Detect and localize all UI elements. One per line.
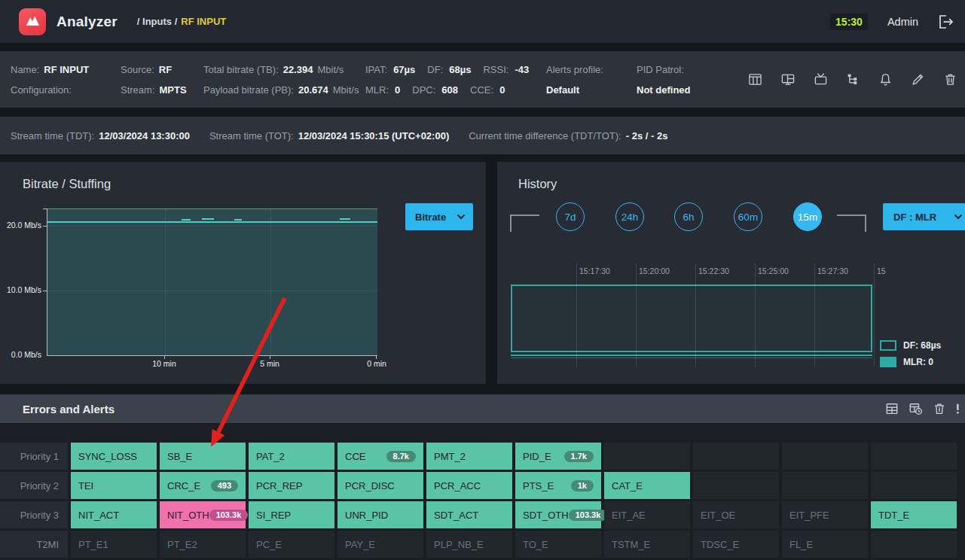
info-col-name: Name:RF INPUT Configuration: [11,51,89,108]
error-tile-TEI[interactable]: TEI [71,472,157,499]
x-axis-tick [270,355,270,359]
error-tile-EIT_OE[interactable]: EIT_OE [693,501,779,528]
mlr-legend-label: MLR: 0 [903,357,933,367]
mosaic-icon[interactable] [780,72,796,87]
error-tile-NIT_ACT[interactable]: NIT_ACT [71,501,157,528]
pid-patrol-value: Not defined [637,84,691,96]
x-axis-tick-label: 5 min [243,359,296,368]
error-tile-SDT_OTH[interactable]: SDT_OTH103.3k [515,501,601,528]
error-tile-PCR_DISC[interactable]: PCR_DISC [337,472,423,499]
tile-label: TDSC_E [701,539,739,550]
tile-label: EIT_OE [701,510,735,521]
history-x-tick-label: 15:27:30 [817,266,848,275]
error-tile-SB_E[interactable]: SB_E [160,443,246,470]
source-value: RF [159,64,172,75]
error-tile-SYNC_LOSS[interactable]: SYNC_LOSS [71,443,157,470]
error-tile-PMT_2[interactable]: PMT_2 [426,443,512,470]
gridline [270,208,271,355]
layout-columns-icon[interactable] [748,72,762,87]
error-tile-EIT_AE[interactable]: EIT_AE [604,501,690,528]
error-tile-PCR_REP[interactable]: PCR_REP [249,472,334,499]
tile-label: PCR_REP [256,480,302,492]
error-tile-PAT_2[interactable]: PAT_2 [249,443,334,470]
tot-label: Stream time (TOT): [209,130,294,142]
legend-item-df: DF: 68µs [880,340,941,351]
error-tile-empty [871,443,957,470]
info-col-stats: IPAT:67µs DF:68µs RSSI:-43 MLR:0 DPC:608… [365,51,536,108]
tile-label: PCR_DISC [345,480,395,492]
grid-view-icon[interactable] [885,402,899,415]
error-tile-PT_E1[interactable]: PT_E1 [71,531,157,558]
user-name[interactable]: Admin [887,16,918,28]
errors-header: Errors and Alerts [0,394,965,423]
mlr-legend-swatch [880,357,896,367]
error-tile-CCE[interactable]: CCE8.7k [337,443,423,470]
error-tile-CRC_E[interactable]: CRC_E493 [160,472,246,499]
error-tile-TSTM_E[interactable]: TSTM_E [604,531,690,558]
x-axis-tick-label: 0 min [350,359,403,368]
tile-label: CAT_E [612,480,643,492]
tile-label: PT_E1 [78,539,108,550]
tile-label: SI_REP [256,510,291,521]
error-tile-EIT_PFE[interactable]: EIT_PFE [782,501,868,528]
errors-row-label-priority-3: Priority 3 [0,501,68,528]
tile-label: TO_E [523,539,548,550]
breadcrumb: / Inputs / RF INPUT [137,16,226,27]
clipped-icon-fragment[interactable] [956,402,960,415]
y-axis-tick [43,226,47,227]
tile-label: SDT_OTH [523,510,569,521]
history-gridline [755,263,756,367]
tile-label: NIT_ACT [78,510,119,521]
y-axis-tick-label: 0.0 Mb/s [0,350,41,359]
error-tile-PLP_NB_E[interactable]: PLP_NB_E [426,531,512,558]
error-tile-NIT_OTH[interactable]: NIT_OTH103.3k [160,501,246,528]
error-tile-PT_E2[interactable]: PT_E2 [160,531,246,558]
series-noise [202,218,214,220]
tile-label: PLP_NB_E [434,539,484,550]
error-tile-UNR_PID[interactable]: UNR_PID [337,501,423,528]
logout-icon[interactable] [936,13,954,31]
error-tile-PTS_E[interactable]: PTS_E1k [515,472,601,499]
breadcrumb-prefix[interactable]: / Inputs / [137,16,177,27]
clear-errors-icon[interactable] [933,402,946,415]
error-tile-FL_E[interactable]: FL_E [782,531,868,558]
series-noise [234,219,242,221]
bitrate-panel-title: Bitrate / Stuffing [23,177,111,191]
tile-label: TEI [78,480,93,492]
grid-history-icon[interactable] [909,402,923,415]
edit-icon[interactable] [911,72,925,87]
error-tile-TDSC_E[interactable]: TDSC_E [693,531,779,558]
analyzer-logo[interactable] [19,8,46,35]
bell-icon[interactable] [878,72,893,87]
error-tile-SDT_ACT[interactable]: SDT_ACT [426,501,512,528]
tv-icon[interactable] [814,72,828,87]
stream-label: Stream: [121,84,155,96]
tile-label: PT_E2 [167,539,197,550]
tile-label: CRC_E [167,480,200,492]
error-tile-PC_E[interactable]: PC_E [249,531,334,558]
total-bitrate-label: Total bitrate (TB): [203,64,279,75]
error-tile-TDT_E[interactable]: TDT_E [871,501,957,528]
history-x-tick-label: 15:22:30 [698,266,729,275]
x-axis-tick-label: 10 min [138,359,191,368]
bitrate-metric-dropdown[interactable]: Bitrate [405,203,473,230]
error-tile-SI_REP[interactable]: SI_REP [249,501,334,528]
tile-label: EIT_AE [612,510,646,521]
gridline [47,226,377,227]
error-tile-CAT_E[interactable]: CAT_E [604,472,690,499]
time-diff-label: Current time difference (TDT/TOT): [469,130,621,142]
input-toolbar [748,51,957,108]
history-x-tick-label: 15 [877,266,886,275]
error-tile-PCR_ACC[interactable]: PCR_ACC [426,472,512,499]
error-tile-PID_E[interactable]: PID_E1.7k [515,443,601,470]
delete-icon[interactable] [943,72,957,87]
dpc-label: DPC: [412,84,435,96]
tree-icon[interactable] [846,72,860,87]
tile-label: TDT_E [878,510,909,521]
error-tile-TO_E[interactable]: TO_E [515,531,601,558]
history-gridline [814,263,815,367]
tile-label: NIT_OTH [167,510,209,521]
error-tile-PAY_E[interactable]: PAY_E [337,531,423,558]
errors-row-label-priority-2: Priority 2 [0,472,68,499]
y-axis-tick [43,208,47,209]
